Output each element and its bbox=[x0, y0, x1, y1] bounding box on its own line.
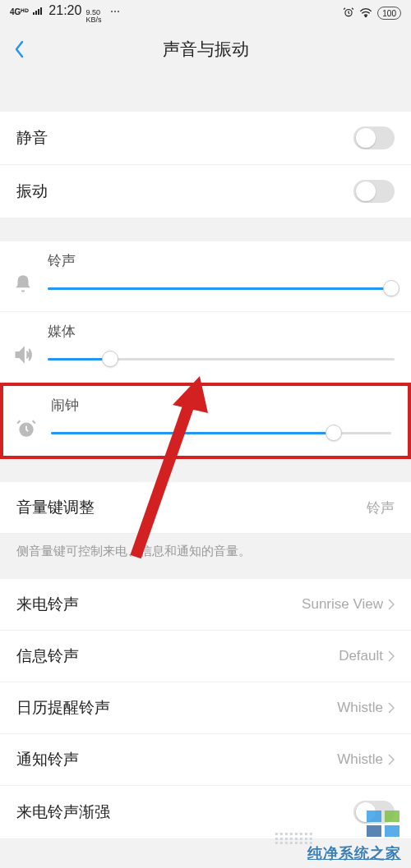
watermark-pattern: ⠿⠿⠿⠿ bbox=[273, 830, 312, 850]
volume-key-help: 侧音量键可控制来电、信息和通知的音量。 bbox=[0, 534, 411, 569]
watermark-logo-icon bbox=[365, 809, 401, 842]
chevron-right-icon bbox=[388, 702, 395, 714]
calendar-ringtone-value: Whistle bbox=[337, 700, 395, 716]
volume-key-value: 铃声 bbox=[367, 498, 395, 517]
network-indicator: 4Gᴴᴰ bbox=[10, 7, 29, 16]
vibrate-row[interactable]: 振动 bbox=[0, 165, 411, 218]
svg-rect-9 bbox=[367, 825, 381, 837]
incoming-ringtone-value: Sunrise View bbox=[302, 596, 395, 613]
data-speed: 9.50KB/s bbox=[85, 9, 101, 24]
mute-toggle[interactable] bbox=[353, 126, 395, 149]
nav-bar: 声音与振动 bbox=[0, 26, 411, 72]
vibrate-toggle[interactable] bbox=[353, 180, 395, 203]
alarm-label: 闹钟 bbox=[51, 396, 391, 415]
media-slider[interactable] bbox=[48, 351, 395, 367]
alarm-volume-row: 闹钟 bbox=[3, 386, 408, 456]
notification-ringtone-value: Whistle bbox=[337, 751, 395, 768]
svg-rect-8 bbox=[385, 811, 399, 822]
alarm-slider[interactable] bbox=[51, 425, 391, 441]
message-ringtone-label: 信息铃声 bbox=[16, 645, 79, 667]
signal-bars-icon bbox=[33, 6, 44, 17]
mute-label: 静音 bbox=[16, 127, 48, 149]
more-icon: ⋯ bbox=[110, 6, 121, 17]
svg-rect-0 bbox=[33, 12, 35, 15]
bell-icon bbox=[10, 273, 36, 296]
battery-indicator: 100 bbox=[377, 7, 401, 20]
alarm-icon bbox=[343, 7, 354, 21]
media-volume-row: 媒体 bbox=[0, 312, 411, 383]
page-title: 声音与振动 bbox=[163, 38, 249, 61]
crescendo-row[interactable]: 来电铃声渐强 bbox=[0, 786, 411, 839]
message-ringtone-value: Default bbox=[339, 648, 395, 664]
chevron-right-icon bbox=[388, 650, 395, 662]
ringtone-label: 铃声 bbox=[48, 251, 395, 270]
chevron-right-icon bbox=[388, 754, 395, 765]
crescendo-label: 来电铃声渐强 bbox=[16, 801, 110, 823]
notification-ringtone-label: 通知铃声 bbox=[16, 749, 79, 770]
watermark-text[interactable]: 纯净系统之家 bbox=[307, 843, 401, 863]
clock-icon bbox=[13, 418, 39, 441]
svg-rect-7 bbox=[367, 811, 381, 822]
svg-rect-3 bbox=[40, 7, 42, 15]
ringtone-slider[interactable] bbox=[48, 280, 395, 296]
alarm-highlight: 闹钟 bbox=[0, 383, 411, 459]
notification-ringtone-row[interactable]: 通知铃声 Whistle bbox=[0, 734, 411, 786]
volume-key-label: 音量键调整 bbox=[16, 497, 95, 518]
svg-rect-1 bbox=[35, 11, 37, 15]
time: 21:20 bbox=[48, 3, 81, 18]
wifi-icon bbox=[359, 7, 372, 20]
media-label: 媒体 bbox=[48, 322, 395, 341]
calendar-ringtone-label: 日历提醒铃声 bbox=[16, 697, 110, 719]
chevron-right-icon bbox=[388, 599, 395, 610]
svg-rect-10 bbox=[385, 825, 399, 837]
ringtone-volume-row: 铃声 bbox=[0, 241, 411, 312]
vibrate-label: 振动 bbox=[16, 181, 48, 202]
svg-point-5 bbox=[366, 16, 367, 16]
status-bar: 4Gᴴᴰ 21:20 9.50KB/s ⋯ 100 bbox=[0, 0, 411, 26]
volume-key-row[interactable]: 音量键调整 铃声 bbox=[0, 482, 411, 534]
mute-row[interactable]: 静音 bbox=[0, 112, 411, 165]
incoming-ringtone-row[interactable]: 来电铃声 Sunrise View bbox=[0, 579, 411, 631]
back-button[interactable] bbox=[13, 39, 25, 59]
calendar-ringtone-row[interactable]: 日历提醒铃声 Whistle bbox=[0, 682, 411, 734]
svg-rect-2 bbox=[38, 9, 39, 15]
incoming-ringtone-label: 来电铃声 bbox=[16, 594, 79, 615]
message-ringtone-row[interactable]: 信息铃声 Default bbox=[0, 631, 411, 682]
speaker-icon bbox=[10, 344, 36, 367]
